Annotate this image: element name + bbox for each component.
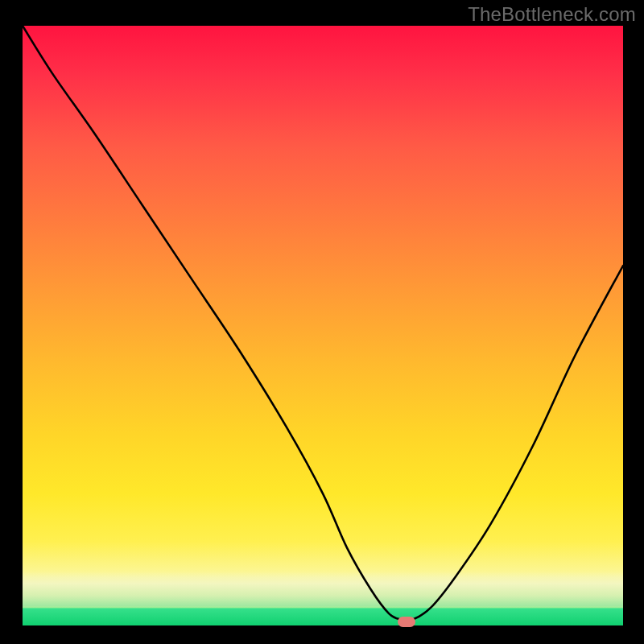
plot-area [23,26,623,625]
chart-frame: TheBottleneck.com [0,0,644,644]
optimal-marker [398,617,415,627]
bottleneck-curve [23,26,623,625]
watermark-text: TheBottleneck.com [468,3,636,26]
